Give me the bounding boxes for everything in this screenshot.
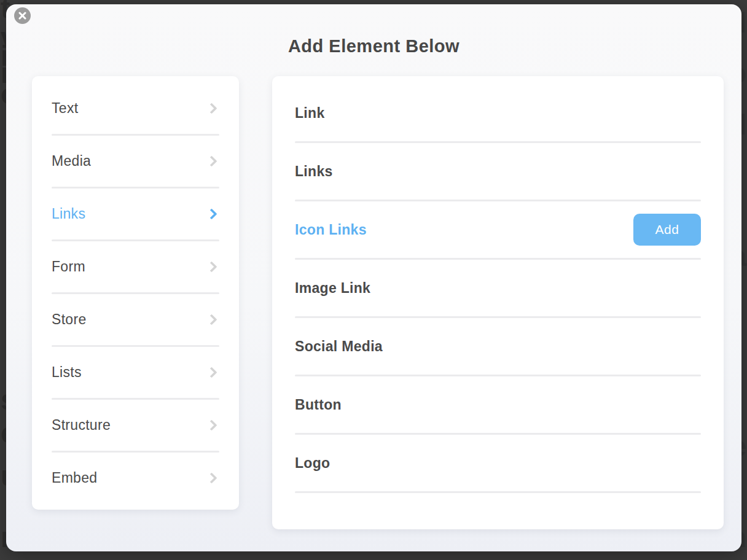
element-label: Icon Links [295,222,367,238]
category-row-store[interactable]: Store [32,294,239,345]
element-row-button[interactable]: Button [272,376,724,433]
category-row-text[interactable]: Text [32,83,239,134]
category-row-media[interactable]: Media [32,136,239,187]
category-label: Form [52,259,85,275]
element-list-panel: Link Links Icon Links Add Image Link Soc… [272,76,724,529]
element-row-image-link[interactable]: Image Link [272,260,724,316]
element-label: Logo [295,455,330,472]
add-element-modal: Add Element Below Text Media Links Form … [6,4,741,551]
chevron-right-icon [206,367,217,378]
element-label: Image Link [295,280,370,297]
page-backdrop: { "modal": { "title": "Add Element Below… [0,0,747,560]
element-row-icon-links[interactable]: Icon Links Add [272,201,724,258]
divider [295,491,701,493]
category-label: Store [52,311,86,328]
element-row-social-media[interactable]: Social Media [272,318,724,375]
category-label: Structure [52,417,111,434]
category-row-form[interactable]: Form [32,241,239,292]
category-label: Links [52,206,85,222]
add-button[interactable]: Add [633,214,701,246]
chevron-right-icon [206,155,217,166]
category-row-embed[interactable]: Embed [32,453,239,504]
category-row-structure[interactable]: Structure [32,400,239,451]
chevron-right-icon [206,472,217,483]
close-icon [18,12,26,20]
chevron-right-icon [206,261,217,272]
element-label: Links [295,163,333,180]
element-row-links[interactable]: Links [272,143,724,200]
category-label: Lists [52,364,82,381]
element-label: Link [295,105,324,122]
modal-title: Add Element Below [6,36,741,56]
category-row-lists[interactable]: Lists [32,347,239,398]
category-label: Media [52,153,91,169]
chevron-right-icon [206,103,217,114]
category-row-links[interactable]: Links [32,189,239,239]
element-row-link[interactable]: Link [272,85,724,141]
element-label: Button [295,397,342,413]
chevron-right-icon [206,208,217,219]
category-list-panel: Text Media Links Form Store Lists Struct… [32,76,239,510]
category-label: Embed [52,470,97,486]
chevron-right-icon [206,314,217,325]
chevron-right-icon [206,419,217,430]
close-button[interactable] [14,7,31,24]
category-label: Text [52,100,78,117]
element-label: Social Media [295,338,383,355]
element-row-logo[interactable]: Logo [272,435,724,491]
